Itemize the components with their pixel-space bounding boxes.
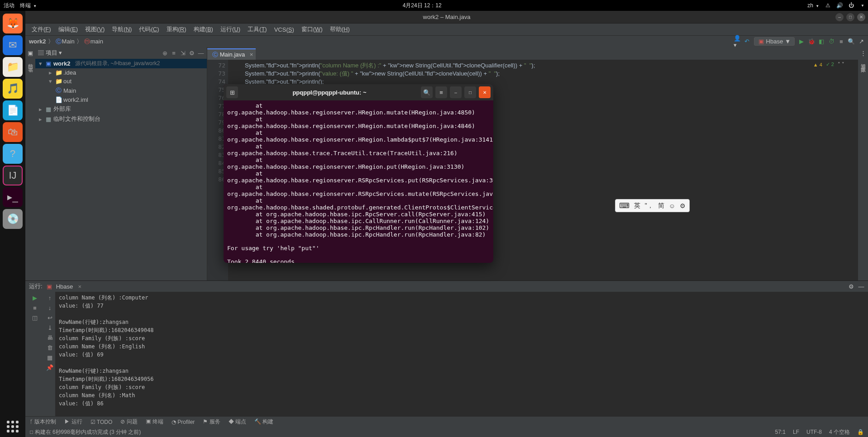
menu-视图[interactable]: 视图(V) <box>82 24 107 34</box>
menu-运行[interactable]: 运行(U) <box>218 24 243 34</box>
hide-tree-icon[interactable]: — <box>198 50 204 56</box>
ide-maximize-button[interactable]: □ <box>846 13 854 21</box>
project-tree-title[interactable]: ▤ 项目 ▾ <box>38 49 62 57</box>
run-button[interactable]: ▶ <box>798 38 805 45</box>
menu-重构[interactable]: 重构(R) <box>164 24 189 34</box>
indent[interactable]: 4 个空格 <box>829 428 850 436</box>
dock-files[interactable]: 📁 <box>3 57 23 77</box>
dock-rhythmbox[interactable]: 🎵 <box>3 79 23 99</box>
trash-icon[interactable]: 🗑 <box>47 344 53 351</box>
dock-writer[interactable]: 📄 <box>3 100 23 120</box>
run-tool-config[interactable]: Hbase <box>56 283 73 290</box>
terminal-search-button[interactable]: 🔍 <box>421 86 433 98</box>
dock-dvd[interactable]: 💿 <box>3 209 23 229</box>
more-icon[interactable]: ▦ <box>47 354 53 361</box>
terminal-close-button[interactable]: ✕ <box>479 86 491 98</box>
coverage-button[interactable]: ◧ <box>818 38 825 45</box>
dock-terminal[interactable]: ▸_ <box>3 187 23 207</box>
menu-编辑[interactable]: 编辑(E) <box>56 24 81 34</box>
menu-帮助[interactable]: 帮助(H) <box>327 24 353 34</box>
terminal-maximize-button[interactable]: □ <box>464 86 476 98</box>
tab-close-icon[interactable]: × <box>76 283 83 290</box>
inspection-summary[interactable]: ▲ 4 ✓ 2 ˄ ˅ <box>813 62 844 67</box>
activities-label[interactable]: 活动 <box>4 2 14 10</box>
ide-close-button[interactable]: ✕ <box>857 13 865 21</box>
encoding[interactable]: UTF-8 <box>806 429 822 435</box>
locate-icon[interactable]: ⊕ <box>162 50 168 56</box>
ime-floating-bar[interactable]: ⌨ 英 "， 简 ☺ ⚙ <box>615 199 690 212</box>
stop-icon[interactable]: ■ <box>32 304 38 311</box>
tree-node[interactable]: ▸📁.idea <box>35 68 207 77</box>
crumb-project[interactable]: work2 <box>29 38 46 45</box>
bottom-tab-TODO[interactable]: ☑ TODO <box>91 419 113 425</box>
bottom-tab-端点[interactable]: ◆ 端点 <box>229 418 246 426</box>
crumb-class[interactable]: Main <box>62 38 75 45</box>
rerun-icon[interactable]: ▶ <box>32 294 38 301</box>
ime-settings-icon[interactable]: ⚙ <box>680 202 686 209</box>
tab-close-icon[interactable]: × <box>250 51 253 58</box>
add-user-icon[interactable]: 👤▾ <box>734 38 740 45</box>
run-config-selector[interactable]: ▣ Hbase ▼ <box>754 37 795 46</box>
bottom-tab-Profiler[interactable]: ◔ Profiler <box>172 419 195 425</box>
profile-button[interactable]: ⏱ <box>828 38 835 45</box>
network-icon[interactable]: ⚠ <box>825 2 831 9</box>
bottom-tab-版本控制[interactable]: ᚶ 版本控制 <box>30 418 56 426</box>
down-icon[interactable]: ↓ <box>47 304 53 311</box>
tree-node[interactable]: ⒸMain <box>35 86 207 95</box>
system-menu-chevron-icon[interactable]: ▼ <box>861 4 864 8</box>
terminal-menu-button[interactable]: ≡ <box>435 86 447 98</box>
clock[interactable]: 4月24日 12：12 <box>37 2 807 10</box>
search-icon[interactable]: 🔍 <box>848 38 854 45</box>
menu-工具[interactable]: 工具(T) <box>245 24 270 34</box>
expand-icon[interactable]: ≡ <box>171 50 177 56</box>
terminal-minimize-button[interactable]: – <box>450 86 462 98</box>
pin-icon[interactable]: 📌 <box>47 364 53 370</box>
settings-icon[interactable]: ↗ <box>858 38 864 45</box>
bottom-tab-服务[interactable]: ⚑ 服务 <box>203 418 220 426</box>
menu-构建[interactable]: 构建(B) <box>191 24 216 34</box>
ime-mode[interactable]: 简 <box>658 202 664 210</box>
run-tool-hide-icon[interactable]: — <box>858 283 864 290</box>
terminal-body[interactable]: at org.apache.hadoop.hbase.regionserver.… <box>224 100 493 263</box>
menu-VCS[interactable]: VCS(S) <box>272 25 297 34</box>
collapse-icon[interactable]: ⇲ <box>180 50 186 56</box>
dock-help[interactable]: ? <box>3 144 23 164</box>
bottom-tab-问题[interactable]: ⊘ 问题 <box>120 418 137 426</box>
dock-firefox[interactable]: 🦊 <box>3 14 23 33</box>
scroll-end-icon[interactable]: ⤓ <box>47 324 53 331</box>
run-output[interactable]: column Name (列名) :Computer value: (值) 77… <box>55 292 868 416</box>
readonlylock-icon[interactable]: 🔒 <box>857 429 863 435</box>
power-icon[interactable]: ⏻ <box>848 2 854 9</box>
bottom-tab-运行[interactable]: ▶ 运行 <box>64 418 82 426</box>
volume-icon[interactable]: 🔊 <box>836 2 843 9</box>
bottom-tab-构建[interactable]: 🔨 构建 <box>254 418 273 426</box>
run-tool-settings-icon[interactable]: ⚙ <box>848 283 854 290</box>
tree-node[interactable]: ▸▦外部库 <box>35 104 207 114</box>
dock-thunderbird[interactable]: ✉ <box>3 35 23 55</box>
project-tool-icon[interactable]: ▣ <box>27 50 33 56</box>
softwrap-icon[interactable]: ↩ <box>47 314 53 321</box>
up-icon[interactable]: ↑ <box>47 294 53 301</box>
tree-settings-icon[interactable]: ⚙ <box>189 50 195 56</box>
notifications-icon[interactable]: ⋮ <box>860 50 866 56</box>
print-icon[interactable]: 🖶 <box>47 334 53 341</box>
tree-node[interactable]: 📄work2.iml <box>35 95 207 104</box>
debug-button[interactable]: 🐞 <box>808 38 815 45</box>
caret-pos[interactable]: 57:1 <box>775 429 786 435</box>
terminal-new-tab-button[interactable]: ⊞ <box>226 86 238 98</box>
editor-tab-main[interactable]: Ⓒ Main.java × <box>207 48 256 60</box>
menu-导航[interactable]: 导航(N) <box>109 24 134 34</box>
tree-node[interactable]: ▾📁out <box>35 77 207 86</box>
dock-intellij[interactable]: IJ <box>3 166 23 185</box>
dock-show-apps[interactable] <box>7 421 19 432</box>
tree-node[interactable]: ▾▣work2源代码根目录, ~/Hbase_java/work2 <box>35 59 207 68</box>
crumb-method[interactable]: main <box>91 38 103 45</box>
dock-software[interactable]: 🛍 <box>3 122 23 142</box>
line-ending[interactable]: LF <box>793 429 799 435</box>
back-icon[interactable]: ↶ <box>744 38 750 45</box>
app-indicator[interactable]: 终端 ▼ <box>20 2 37 10</box>
menu-代码[interactable]: 代码(C) <box>136 24 162 34</box>
ime-lang[interactable]: 英 <box>634 202 640 210</box>
tree-node[interactable]: ▸▦临时文件和控制台 <box>35 114 207 124</box>
bottom-tab-终端[interactable]: ▣ 终端 <box>146 418 163 426</box>
